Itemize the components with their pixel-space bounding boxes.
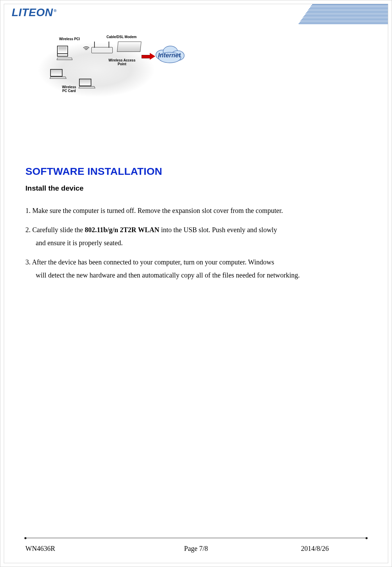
laptop-icon <box>79 79 96 90</box>
desktop-pc-icon <box>57 46 73 59</box>
install-step-2: 2. Carefully slide the 802.11b/g/n 2T2R … <box>25 223 367 249</box>
footer-rule <box>25 538 367 538</box>
step-cont: will detect the new hardware and then au… <box>25 269 367 282</box>
section-title: SOFTWARE INSTALLATION <box>25 166 367 177</box>
page-header: LITEON® <box>4 4 388 25</box>
page-content: SOFTWARE INSTALLATION Install the device… <box>25 166 367 288</box>
laptop-icon <box>50 69 67 80</box>
step-cont: and ensure it is properly seated. <box>25 236 367 249</box>
page: LITEON® Wireless PCI <box>4 4 388 563</box>
footer-date: 2014/8/26 <box>301 545 329 553</box>
access-point-icon <box>91 42 117 57</box>
wireless-waves-icon <box>82 46 91 55</box>
brand-logo: LITEON® <box>12 6 57 19</box>
brand-logo-text: LITEON <box>12 6 53 19</box>
registered-mark: ® <box>54 9 57 13</box>
label-cable-dsl-modem: Cable/DSL Modem <box>107 35 137 39</box>
label-internet: Internet <box>158 52 181 59</box>
footer-page: Page 7/8 <box>184 545 208 553</box>
label-wireless-access-point: Wireless Access Point <box>107 59 137 66</box>
label-wireless-pci: Wireless PCI <box>59 37 80 41</box>
header-decor-lines <box>299 4 388 25</box>
page-footer: WN4636R Page 7/8 2014/8/26 <box>25 545 367 553</box>
step-text: 2. Carefully slide the <box>25 226 85 234</box>
network-diagram: Wireless PCI Cable/DSL Modem Wireless Ac… <box>38 31 188 101</box>
install-step-1: 1. Make sure the computer is turned off.… <box>25 204 367 217</box>
step-text: 3. After the device has been connected t… <box>25 258 274 266</box>
modem-icon <box>117 42 141 52</box>
section-subtitle: Install the device <box>25 184 367 192</box>
label-wireless-pc-card: Wireless PC Card <box>60 86 78 93</box>
step-bold: 802.11b/g/n 2T2R WLAN <box>85 226 159 234</box>
install-step-3: 3. After the device has been connected t… <box>25 256 367 282</box>
step-text: into the USB slot. Push evenly and slowl… <box>159 226 277 234</box>
footer-model: WN4636R <box>25 545 55 553</box>
step-text: 1. Make sure the computer is turned off.… <box>25 207 283 214</box>
